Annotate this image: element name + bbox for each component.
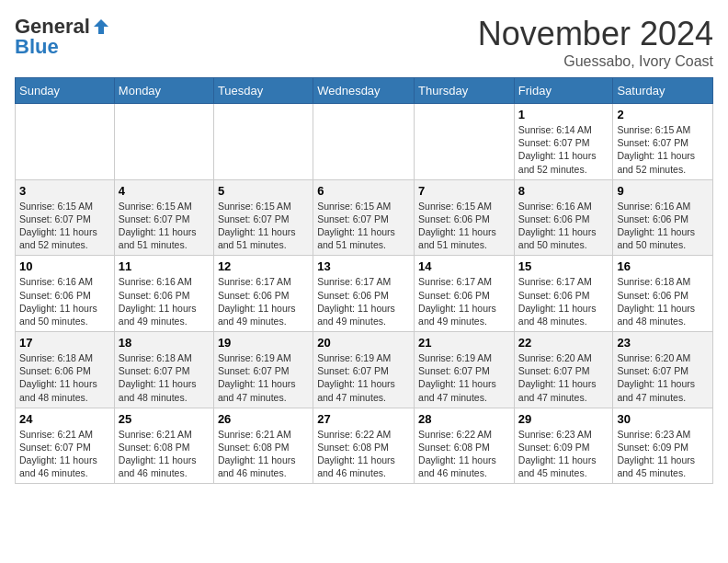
calendar-cell: 6Sunrise: 6:15 AM Sunset: 6:07 PM Daylig… [313,179,415,256]
day-info: Sunrise: 6:22 AM Sunset: 6:08 PM Dayligh… [317,428,410,480]
weekday-header: Saturday [613,78,713,104]
calendar-cell: 1Sunrise: 6:14 AM Sunset: 6:07 PM Daylig… [514,104,613,180]
day-info: Sunrise: 6:16 AM Sunset: 6:06 PM Dayligh… [119,275,210,327]
weekday-header: Wednesday [313,78,415,104]
month-title: November 2024 [478,15,713,53]
calendar-cell [213,104,313,180]
day-info: Sunrise: 6:22 AM Sunset: 6:08 PM Dayligh… [418,428,510,480]
calendar-cell [114,104,213,180]
weekday-header: Tuesday [213,78,313,104]
calendar-cell [16,104,115,180]
day-info: Sunrise: 6:18 AM Sunset: 6:06 PM Dayligh… [19,351,110,404]
svg-marker-0 [94,19,108,34]
day-number: 18 [119,336,210,350]
calendar-cell: 14Sunrise: 6:17 AM Sunset: 6:06 PM Dayli… [415,256,515,332]
day-number: 4 [119,184,210,198]
calendar-cell: 7Sunrise: 6:15 AM Sunset: 6:06 PM Daylig… [415,179,515,256]
calendar-cell: 9Sunrise: 6:16 AM Sunset: 6:06 PM Daylig… [613,179,713,256]
day-number: 11 [119,259,210,273]
day-number: 19 [218,336,309,350]
weekday-header: Sunday [16,78,115,104]
calendar-cell: 15Sunrise: 6:17 AM Sunset: 6:06 PM Dayli… [514,256,613,332]
day-number: 17 [19,336,110,350]
day-info: Sunrise: 6:23 AM Sunset: 6:09 PM Dayligh… [518,428,609,480]
day-number: 10 [19,259,110,273]
calendar-cell: 4Sunrise: 6:15 AM Sunset: 6:07 PM Daylig… [114,179,213,256]
weekday-header: Monday [114,78,213,104]
weekday-header-row: SundayMondayTuesdayWednesdayThursdayFrid… [16,78,713,104]
day-number: 22 [518,336,609,350]
day-info: Sunrise: 6:21 AM Sunset: 6:08 PM Dayligh… [119,428,210,480]
calendar-week-row: 3Sunrise: 6:15 AM Sunset: 6:07 PM Daylig… [16,179,713,256]
day-number: 9 [617,184,709,198]
calendar-cell: 18Sunrise: 6:18 AM Sunset: 6:07 PM Dayli… [114,332,213,408]
weekday-header: Thursday [415,78,515,104]
day-number: 21 [418,336,510,350]
logo: General Blue [15,15,110,59]
calendar-cell: 8Sunrise: 6:16 AM Sunset: 6:06 PM Daylig… [514,179,613,256]
day-info: Sunrise: 6:19 AM Sunset: 6:07 PM Dayligh… [218,351,309,404]
calendar-cell: 16Sunrise: 6:18 AM Sunset: 6:06 PM Dayli… [613,256,713,332]
logo-blue: Blue [15,35,59,58]
day-info: Sunrise: 6:15 AM Sunset: 6:07 PM Dayligh… [617,123,709,176]
calendar-cell [313,104,415,180]
day-number: 13 [317,259,410,273]
calendar-cell: 22Sunrise: 6:20 AM Sunset: 6:07 PM Dayli… [514,332,613,408]
calendar-cell: 13Sunrise: 6:17 AM Sunset: 6:06 PM Dayli… [313,256,415,332]
day-number: 29 [518,412,609,426]
calendar-cell: 29Sunrise: 6:23 AM Sunset: 6:09 PM Dayli… [514,408,613,484]
day-info: Sunrise: 6:15 AM Sunset: 6:07 PM Dayligh… [119,200,210,252]
day-info: Sunrise: 6:15 AM Sunset: 6:07 PM Dayligh… [218,200,309,252]
calendar-cell: 26Sunrise: 6:21 AM Sunset: 6:08 PM Dayli… [213,408,313,484]
location: Guessabo, Ivory Coast [478,53,713,70]
calendar-cell: 21Sunrise: 6:19 AM Sunset: 6:07 PM Dayli… [415,332,515,408]
calendar-week-row: 17Sunrise: 6:18 AM Sunset: 6:06 PM Dayli… [16,332,713,408]
day-number: 27 [317,412,410,426]
day-number: 7 [418,184,510,198]
calendar-cell: 17Sunrise: 6:18 AM Sunset: 6:06 PM Dayli… [16,332,115,408]
day-info: Sunrise: 6:17 AM Sunset: 6:06 PM Dayligh… [317,275,410,327]
day-info: Sunrise: 6:15 AM Sunset: 6:07 PM Dayligh… [317,200,410,252]
day-number: 23 [617,336,709,350]
calendar-cell: 10Sunrise: 6:16 AM Sunset: 6:06 PM Dayli… [16,256,115,332]
logo-icon [92,17,110,36]
day-number: 6 [317,184,410,198]
day-number: 3 [19,184,110,198]
day-number: 15 [518,259,609,273]
day-info: Sunrise: 6:21 AM Sunset: 6:07 PM Dayligh… [19,428,110,480]
day-number: 20 [317,336,410,350]
calendar-cell: 23Sunrise: 6:20 AM Sunset: 6:07 PM Dayli… [613,332,713,408]
calendar-cell: 3Sunrise: 6:15 AM Sunset: 6:07 PM Daylig… [16,179,115,256]
calendar-cell: 2Sunrise: 6:15 AM Sunset: 6:07 PM Daylig… [613,104,713,180]
day-number: 26 [218,412,309,426]
calendar-cell: 20Sunrise: 6:19 AM Sunset: 6:07 PM Dayli… [313,332,415,408]
calendar-cell: 19Sunrise: 6:19 AM Sunset: 6:07 PM Dayli… [213,332,313,408]
calendar-cell: 27Sunrise: 6:22 AM Sunset: 6:08 PM Dayli… [313,408,415,484]
day-number: 5 [218,184,309,198]
day-number: 2 [617,108,709,121]
day-info: Sunrise: 6:23 AM Sunset: 6:09 PM Dayligh… [617,428,709,480]
calendar-cell: 11Sunrise: 6:16 AM Sunset: 6:06 PM Dayli… [114,256,213,332]
day-info: Sunrise: 6:18 AM Sunset: 6:06 PM Dayligh… [617,275,709,327]
day-info: Sunrise: 6:19 AM Sunset: 6:07 PM Dayligh… [317,351,410,404]
day-info: Sunrise: 6:15 AM Sunset: 6:07 PM Dayligh… [19,200,110,252]
day-number: 8 [518,184,609,198]
day-number: 14 [418,259,510,273]
day-number: 24 [19,412,110,426]
day-info: Sunrise: 6:16 AM Sunset: 6:06 PM Dayligh… [19,275,110,327]
day-info: Sunrise: 6:20 AM Sunset: 6:07 PM Dayligh… [518,351,609,404]
calendar-week-row: 24Sunrise: 6:21 AM Sunset: 6:07 PM Dayli… [16,408,713,484]
day-number: 30 [617,412,709,426]
day-info: Sunrise: 6:21 AM Sunset: 6:08 PM Dayligh… [218,428,309,480]
weekday-header: Friday [514,78,613,104]
day-info: Sunrise: 6:17 AM Sunset: 6:06 PM Dayligh… [418,275,510,327]
day-info: Sunrise: 6:16 AM Sunset: 6:06 PM Dayligh… [617,200,709,252]
calendar-cell: 30Sunrise: 6:23 AM Sunset: 6:09 PM Dayli… [613,408,713,484]
day-number: 25 [119,412,210,426]
day-info: Sunrise: 6:19 AM Sunset: 6:07 PM Dayligh… [418,351,510,404]
day-info: Sunrise: 6:16 AM Sunset: 6:06 PM Dayligh… [518,200,609,252]
title-block: November 2024 Guessabo, Ivory Coast [478,15,713,70]
calendar-cell: 12Sunrise: 6:17 AM Sunset: 6:06 PM Dayli… [213,256,313,332]
calendar: SundayMondayTuesdayWednesdayThursdayFrid… [15,77,713,484]
calendar-cell: 25Sunrise: 6:21 AM Sunset: 6:08 PM Dayli… [114,408,213,484]
